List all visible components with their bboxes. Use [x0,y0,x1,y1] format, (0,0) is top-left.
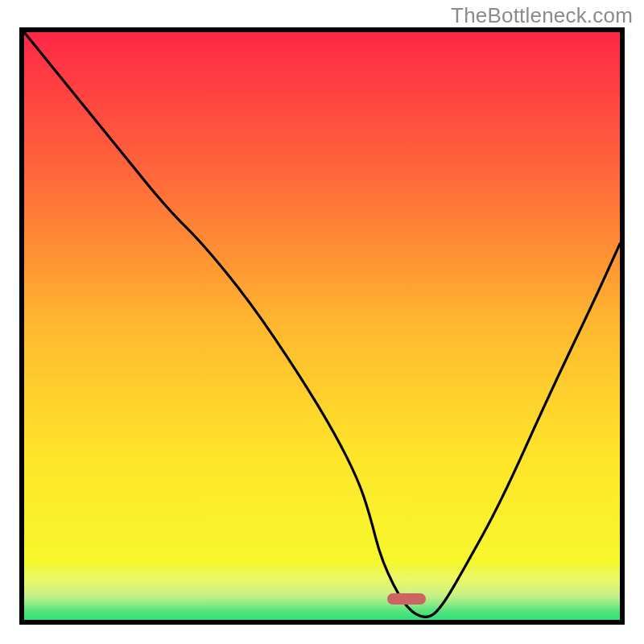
optimal-marker [387,593,426,605]
chart-root: TheBottleneck.com [0,0,644,644]
watermark-text: TheBottleneck.com [451,3,633,28]
plot-area [24,32,620,620]
curve-path [24,32,620,617]
bottleneck-curve [24,32,620,620]
plot-frame [19,27,625,625]
